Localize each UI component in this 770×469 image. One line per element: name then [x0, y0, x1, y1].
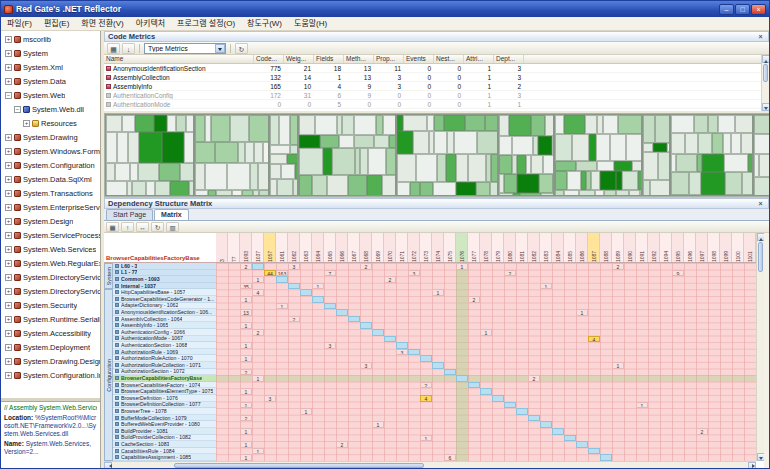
treemap-cell[interactable]	[555, 171, 567, 190]
treemap-cell[interactable]	[531, 115, 545, 136]
treemap-cell[interactable]	[437, 154, 446, 182]
dependency-cell[interactable]: 2	[240, 263, 252, 270]
treemap-cell[interactable]	[742, 172, 753, 195]
tree-item[interactable]: +System.Design	[1, 214, 100, 228]
treemap-cell[interactable]	[731, 133, 741, 154]
tree-item[interactable]: +System.Runtime.Serialization.Formatters	[1, 312, 100, 326]
treemap-cell[interactable]	[454, 131, 477, 154]
treemap-cell[interactable]	[195, 163, 205, 190]
tree-expander-icon[interactable]: +	[5, 36, 12, 43]
treemap-cell[interactable]	[650, 180, 670, 196]
treemap-cell[interactable]	[339, 135, 354, 148]
dependency-cell[interactable]: 1	[420, 435, 432, 442]
close-button[interactable]: ×	[751, 4, 766, 15]
matrix-column-header[interactable]: 1100	[732, 233, 744, 263]
matrix-column-header[interactable]: 1071	[396, 233, 408, 263]
dependency-cell[interactable]: 2	[696, 428, 708, 435]
matrix-row-label[interactable]: AuthenticationMode - 1067	[113, 336, 216, 343]
table-row[interactable]: AnonymousIdentificationSection7752118131…	[104, 64, 761, 73]
treemap-cell[interactable]	[476, 182, 490, 196]
menu-item[interactable]: 프로그램 설정(O)	[171, 17, 241, 31]
menu-item[interactable]: 창도구(W)	[241, 17, 288, 31]
treemap-cell[interactable]	[115, 163, 130, 181]
treemap-cell[interactable]	[106, 181, 127, 196]
treemap-cell[interactable]	[517, 174, 539, 193]
matrix-column-header[interactable]: 1062	[288, 233, 300, 263]
treemap-cell[interactable]	[434, 115, 444, 131]
diagonal-cell[interactable]	[384, 336, 396, 343]
tree-item[interactable]: +System.Transactions	[1, 186, 100, 200]
treemap-cell[interactable]	[154, 115, 167, 132]
treemap-cell[interactable]	[170, 181, 189, 196]
treemap-cell[interactable]	[671, 115, 694, 133]
dependency-cell[interactable]: 1	[252, 448, 264, 455]
matrix-row-label[interactable]: AssemblyCollection - 1064	[113, 316, 216, 323]
diagonal-cell[interactable]	[252, 263, 264, 270]
scroll-left-icon[interactable]	[104, 462, 112, 468]
matrix-column-header[interactable]: 1095	[672, 233, 684, 263]
matrix-column-header[interactable]: 1078	[480, 233, 492, 263]
treemap-cell[interactable]	[754, 134, 770, 154]
column-header[interactable]: Name	[104, 55, 254, 63]
treemap-cell[interactable]	[600, 171, 616, 190]
treemap-cell[interactable]	[545, 115, 554, 136]
dependency-matrix-grid[interactable]: 2321244163732912351141121131212141331312…	[216, 263, 756, 461]
treemap-cell[interactable]	[287, 154, 298, 164]
matrix-row-label[interactable]: L1 - 77	[113, 270, 216, 277]
treemap-cell[interactable]	[299, 148, 323, 175]
treemap-cell[interactable]	[567, 171, 581, 190]
treemap-cell[interactable]	[555, 115, 564, 134]
matrix-column-header[interactable]: 1092	[648, 233, 660, 263]
treemap-cell[interactable]	[539, 174, 553, 193]
scroll-thumb[interactable]	[763, 64, 768, 82]
treemap-cell[interactable]	[676, 154, 697, 172]
matrix-column-header[interactable]: 1061	[276, 233, 288, 263]
dependency-cell[interactable]: 2	[240, 369, 252, 376]
treemap-cell[interactable]	[208, 190, 216, 196]
treemap-cell[interactable]	[576, 161, 597, 171]
treemap-cell[interactable]	[290, 145, 298, 154]
tree-expander-icon[interactable]: +	[5, 358, 12, 365]
tree-expander-icon[interactable]: −	[14, 106, 21, 113]
diagonal-cell[interactable]	[408, 349, 420, 356]
matrix-row-label[interactable]: BuildProvider - 1081	[113, 428, 216, 435]
treemap-cell[interactable]	[242, 190, 253, 196]
matrix-column-header[interactable]: 1087	[588, 233, 600, 263]
treemap-cell[interactable]	[538, 136, 552, 155]
matrix-column-header[interactable]: 1067	[348, 233, 360, 263]
matrix-row-label[interactable]: BrowserCapabilitiesFactoryBase	[113, 375, 216, 382]
treemap-group[interactable]	[105, 114, 194, 196]
matrix-row-label[interactable]: AuthenticationConfig - 1066	[113, 329, 216, 336]
layout-icon[interactable]: ▥	[166, 222, 179, 232]
tree-item[interactable]: +System.ServiceProcess	[1, 228, 100, 242]
diagonal-cell[interactable]	[576, 441, 588, 448]
matrix-column-header[interactable]: 1084	[552, 233, 564, 263]
matrix-column-header[interactable]: 1075	[444, 233, 456, 263]
treemap-cell[interactable]	[689, 172, 701, 195]
treemap-cell[interactable]	[232, 190, 242, 196]
menu-item[interactable]: 아키텍처	[130, 17, 171, 31]
treemap-cell[interactable]	[227, 163, 250, 190]
tree-expander-icon[interactable]: +	[5, 372, 12, 379]
column-header[interactable]: Prop...	[374, 55, 404, 63]
treemap-cell[interactable]	[299, 115, 315, 135]
export-icon[interactable]: ↓	[122, 43, 135, 54]
treemap-cell[interactable]	[122, 115, 135, 132]
treemap-cell[interactable]	[397, 131, 413, 154]
tree-item[interactable]: +System.EnterpriseServices	[1, 200, 100, 214]
treemap-cell[interactable]	[270, 179, 277, 196]
matrix-row-label[interactable]: AuthorizationRuleAction - 1070	[113, 355, 216, 362]
dependency-cell[interactable]: 2	[420, 382, 432, 389]
tree-item[interactable]: +System.Drawing	[1, 130, 100, 144]
treemap-cell[interactable]	[382, 175, 396, 196]
tree-item[interactable]: +System.Data.SqlXml	[1, 172, 100, 186]
matrix-group-strip[interactable]: System	[104, 263, 113, 289]
treemap-cell[interactable]	[456, 154, 468, 182]
matrix-column-header[interactable]: 1088	[600, 233, 612, 263]
matrix-column-header[interactable]: 1091	[636, 233, 648, 263]
treemap-cell[interactable]	[270, 115, 279, 145]
treemap-cell[interactable]	[186, 115, 194, 132]
dependency-cell[interactable]: 1	[240, 296, 252, 303]
dependency-cell[interactable]: 2	[384, 276, 396, 283]
tree-expander-icon[interactable]: +	[5, 50, 12, 57]
